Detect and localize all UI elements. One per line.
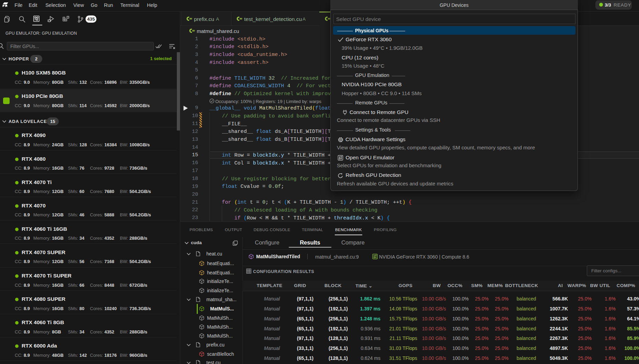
- svg-text:UDA: UDA: [240, 18, 242, 20]
- svg-text:UDA: UDA: [190, 18, 192, 20]
- svg-text:UDA: UDA: [193, 30, 195, 32]
